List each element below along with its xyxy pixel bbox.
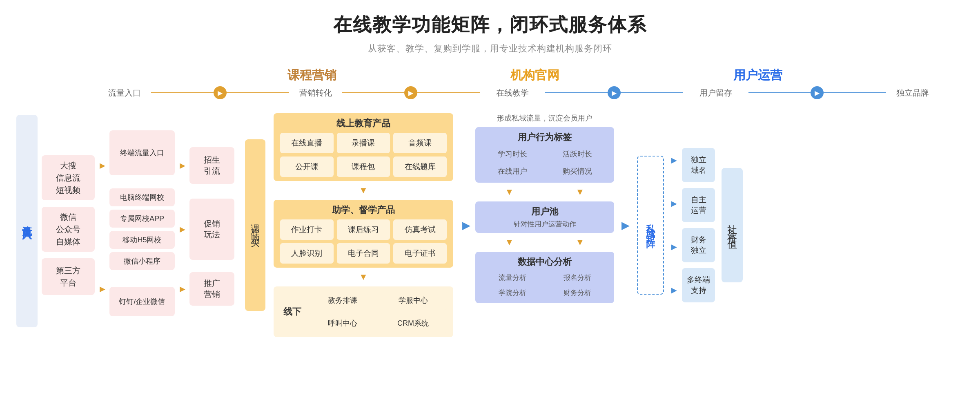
flow-arrow-1: ▶ [214,86,227,99]
arrow-brand-1: ▶ [671,156,677,165]
arrow-down-1: ▼ [274,185,453,196]
offline-item-1: 学服中心 [379,291,447,310]
marketing-item-5: 钉钉/企业微信 [109,287,175,316]
arrow-to-private: ▶ [621,219,630,231]
ot-item-0: 在线直播 [280,133,334,153]
behavior-item-0: 学习时长 [481,147,543,161]
behavior-item-2: 在线用户 [481,164,543,179]
category-website: 机构官网 [510,68,559,82]
arrow-pool-2: ▼ [546,237,614,248]
ot-item-4: 课程包 [337,157,390,177]
user-pool-title: 用户池 [481,206,608,218]
traffic-source-1: 大搜 信息流 短视频 [42,155,95,200]
flow-stage-marketing: 营销转化 [299,88,332,97]
page-subtitle: 从获客、教学、复购到学服，用专业技术构建机构服务闭环 [16,42,964,55]
brand-item-0: 独立 域名 [682,148,715,182]
purchase-box: 课 程 购 买 [245,139,265,311]
behavior-item-1: 活跃时长 [546,147,608,161]
flow-stage-online: 在线教学 [496,88,529,97]
arrow-mkt-2: ▶ [180,225,185,234]
ot-item-5: 在线题库 [393,157,447,177]
conversion-item-3: 推广 营销 [189,272,234,306]
online-edu-header: 线上教育产品 [280,117,447,130]
data-item-0: 流量分析 [481,271,543,284]
main-diagram: 流量入口 大搜 信息流 短视频 微信 公众号 自媒体 第三方 平台 ▶ ▶ [16,105,964,337]
left-entry-box: 流量入口 [16,115,38,327]
sup-item-5: 电子证书 [393,243,447,264]
brand-item-2: 财务 独立 [682,228,715,262]
arrow-traffic-3: ▶ [100,284,105,293]
header: 在线教学功能矩阵，闭环式服务体系 从获客、教学、复购到学服，用专业技术构建机构服… [16,12,964,55]
page-container: 在线教学功能矩阵，闭环式服务体系 从获客、教学、复购到学服，用专业技术构建机构服… [0,0,980,398]
ot-item-3: 公开课 [280,157,334,177]
data-item-1: 报名分析 [546,271,608,284]
flow-stage-brand: 独立品牌 [896,88,929,97]
social-value-box: 社 会 价 值 [722,168,743,282]
offline-item-2: 呼叫中心 [309,313,376,333]
supervision-header: 助学、督学产品 [280,204,447,216]
offline-item-0: 教务排课 [309,291,376,310]
data-item-2: 学院分析 [481,286,543,299]
flow-stage-retention: 用户留存 [699,88,732,97]
arrow-mkt-1: ▶ [180,161,185,170]
ot-item-2: 音频课 [393,133,447,153]
marketing-item-1: 电脑终端网校 [109,188,175,206]
behavior-header: 用户行为标签 [481,131,608,143]
marketing-item-2: 专属网校APP [109,210,175,228]
conversion-item-1: 招生 引流 [189,147,234,184]
retention-intro: 形成私域流量，沉淀会员用户 [475,113,614,123]
sup-item-3: 人脸识别 [280,243,334,264]
private-domain-box: 私 域 矩 阵 [637,156,664,295]
marketing-item-0: 终端流量入口 [109,130,175,175]
sup-item-2: 仿真考试 [393,219,447,240]
traffic-source-2: 微信 公众号 自媒体 [42,207,95,252]
arrow-brand-3: ▶ [671,242,677,251]
category-user-ops: 用户运营 [733,68,782,82]
flow-stage-traffic: 流量入口 [108,88,141,97]
arrow-pool-1: ▼ [475,237,543,248]
category-marketing: 课程营销 [287,68,336,82]
arrow-down-2: ▼ [274,272,453,282]
offline-label: 线下 [280,306,305,318]
arrow-behavior-2: ▼ [546,187,614,197]
arrow-to-retention: ▶ [462,219,470,231]
user-pool-sub: 针对性用户运营动作 [481,219,608,229]
flow-arrow-4: ▶ [811,86,824,99]
arrow-behavior-1: ▼ [475,187,543,197]
brand-item-1: 自主 运营 [682,188,715,222]
marketing-item-4: 微信小程序 [109,252,175,270]
brand-item-3: 多终端 支持 [682,268,715,302]
flow-arrow-3: ▶ [608,86,621,99]
traffic-source-3: 第三方 平台 [42,258,95,295]
sup-item-1: 课后练习 [337,219,390,240]
arrow-mkt-3: ▶ [180,284,185,293]
arrow-brand-2: ▶ [671,199,677,208]
sup-item-4: 电子合同 [337,243,390,264]
sup-item-0: 作业打卡 [280,219,334,240]
flow-arrow-2: ▶ [404,86,417,99]
behavior-item-3: 购买情况 [546,164,608,179]
data-item-3: 财务分析 [546,286,608,299]
page-title: 在线教学功能矩阵，闭环式服务体系 [16,12,964,38]
conversion-item-2: 促销 玩法 [189,199,234,260]
arrow-brand-4: ▶ [671,286,677,295]
data-analysis-header: 数据中心分析 [481,256,608,268]
marketing-item-3: 移动H5网校 [109,231,175,249]
offline-item-3: CRM系统 [379,313,447,333]
arrow-traffic-1: ▶ [100,161,105,170]
ot-item-1: 录播课 [337,133,390,153]
